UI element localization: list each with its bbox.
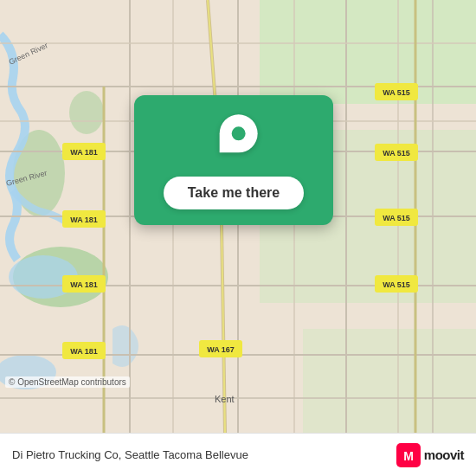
svg-rect-3 — [303, 329, 476, 433]
svg-point-6 — [69, 91, 104, 134]
map-container: WA 167 WA 181 WA 181 WA 181 WA 181 WA 51… — [0, 0, 476, 433]
svg-text:WA 181: WA 181 — [70, 148, 98, 157]
moovit-text: moovit — [424, 447, 464, 462]
svg-rect-1 — [260, 0, 476, 104]
location-pin — [220, 114, 258, 152]
svg-text:WA 515: WA 515 — [383, 214, 410, 222]
svg-text:WA 181: WA 181 — [70, 215, 98, 224]
location-pin-wrapper — [202, 106, 266, 170]
svg-text:Kent: Kent — [215, 394, 235, 404]
svg-text:WA 167: WA 167 — [207, 345, 235, 354]
svg-text:WA 181: WA 181 — [70, 280, 98, 289]
svg-text:WA 515: WA 515 — [383, 88, 410, 97]
map-attribution: © OpenStreetMap contributors — [5, 376, 130, 388]
svg-text:WA 515: WA 515 — [383, 149, 410, 158]
svg-text:WA 181: WA 181 — [70, 347, 98, 356]
moovit-logo: M moovit — [396, 443, 464, 467]
location-pin-inner — [231, 126, 246, 141]
take-me-there-button[interactable]: Take me there — [164, 177, 304, 209]
bottom-bar: Di Pietro Trucking Co, Seattle Tacoma Be… — [0, 433, 476, 476]
svg-text:M: M — [403, 449, 414, 463]
map-popup: Take me there — [134, 95, 333, 225]
location-title: Di Pietro Trucking Co, Seattle Tacoma Be… — [12, 448, 248, 461]
moovit-logo-icon: M — [396, 443, 421, 467]
svg-text:WA 515: WA 515 — [383, 280, 410, 289]
